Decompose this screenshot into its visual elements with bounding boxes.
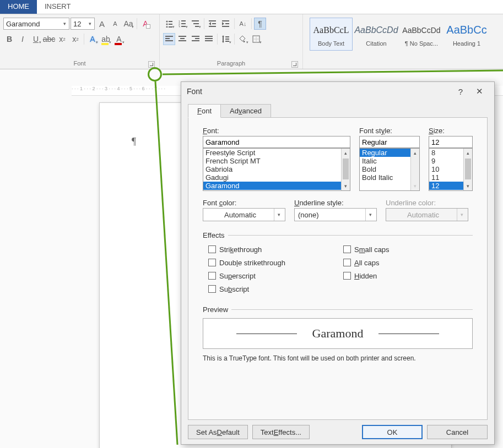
font-color-select[interactable]: Automatic ▾ (203, 208, 285, 221)
scroll-thumb[interactable] (343, 159, 349, 179)
font-style-listbox[interactable]: Regular Italic Bold Bold Italic ▴ ▾ (359, 148, 420, 191)
dialog-tab-font[interactable]: Font (188, 104, 221, 118)
subscript-button[interactable]: x2 (56, 33, 68, 45)
superscript-checkbox[interactable]: Superscript (208, 269, 338, 282)
scroll-down-icon[interactable]: ▾ (464, 182, 472, 190)
font-color-label: Font color: (203, 199, 285, 207)
shrink-font-icon[interactable]: A (109, 18, 121, 30)
justify-button[interactable] (203, 33, 215, 45)
clear-formatting-icon[interactable]: A (139, 18, 152, 30)
checkbox-icon (208, 259, 216, 266)
change-case-icon[interactable]: Aa (122, 18, 134, 30)
small-caps-checkbox[interactable]: Small caps (343, 243, 473, 256)
font-size-value: 12 (73, 20, 86, 28)
svg-rect-27 (192, 36, 199, 37)
close-button[interactable]: ✕ (470, 86, 489, 96)
underline-button[interactable]: U (30, 33, 42, 45)
help-button[interactable]: ? (451, 87, 470, 96)
svg-rect-36 (225, 41, 229, 42)
svg-rect-15 (209, 20, 216, 21)
hidden-checkbox[interactable]: Hidden (343, 269, 473, 282)
font-dialog-launcher[interactable] (148, 61, 155, 68)
paragraph-dialog-launcher[interactable] (291, 61, 298, 68)
dialog-tabs: Font Advanced (181, 101, 494, 118)
underline-style-block: Underline style: (none) ▾ (294, 199, 377, 221)
checkbox-icon (343, 245, 351, 253)
list-item[interactable]: Gabriola (203, 165, 350, 173)
scroll-down-icon: ▾ (411, 182, 419, 190)
strikethrough-button[interactable]: abc (43, 33, 55, 45)
set-as-default-button[interactable]: Set As Default (188, 425, 248, 439)
svg-rect-7 (181, 20, 186, 21)
superscript-button[interactable]: x2 (69, 33, 82, 45)
grow-font-icon[interactable]: A (96, 18, 108, 30)
scrollbar[interactable]: ▴ ▾ (341, 149, 350, 190)
dialog-titlebar: Font ? ✕ (181, 82, 494, 101)
style-citation[interactable]: AaBbCcDd Citation (355, 18, 398, 51)
borders-button[interactable] (250, 33, 262, 45)
svg-rect-22 (165, 38, 170, 39)
underline-style-select[interactable]: (none) ▾ (294, 208, 377, 221)
bold-button[interactable]: B (3, 33, 15, 45)
svg-rect-14 (195, 26, 199, 27)
tab-insert[interactable]: INSERT (37, 0, 78, 14)
list-item[interactable]: French Script MT (203, 157, 350, 165)
svg-rect-31 (205, 38, 213, 39)
all-caps-checkbox[interactable]: All caps (343, 256, 473, 269)
italic-button[interactable]: I (17, 33, 29, 45)
font-input[interactable] (203, 136, 350, 148)
ribbon-tabs: HOME INSERT (0, 0, 503, 14)
text-effects-button[interactable]: Text Effects... (252, 425, 310, 439)
sort-button[interactable]: A↓ (237, 18, 249, 30)
list-item[interactable]: Garamond (203, 182, 350, 190)
checkbox-icon (208, 245, 216, 253)
svg-rect-20 (225, 23, 229, 24)
bullets-button[interactable] (163, 18, 175, 30)
style-heading-1[interactable]: AaBbCc Heading 1 (445, 18, 488, 51)
highlight-button[interactable]: ab (100, 33, 112, 45)
size-listbox[interactable]: 8 9 10 11 12 ▴ ▾ (429, 148, 473, 191)
strikethrough-checkbox[interactable]: Strikethrough (208, 243, 338, 256)
align-left-button[interactable] (163, 33, 175, 45)
scroll-up-icon[interactable]: ▴ (411, 149, 419, 157)
scroll-thumb[interactable] (465, 159, 471, 179)
cancel-button[interactable]: Cancel (427, 425, 488, 439)
svg-point-0 (166, 21, 168, 23)
font-listbox[interactable]: Freestyle Script French Script MT Gabrio… (203, 148, 350, 191)
font-name-combobox[interactable]: Garamond ▾ (3, 18, 69, 30)
multilevel-list-button[interactable] (190, 18, 202, 30)
align-center-button[interactable] (176, 33, 188, 45)
svg-rect-18 (222, 20, 229, 21)
underline-color-label: Underline color: (386, 199, 468, 207)
scroll-up-icon[interactable]: ▴ (342, 149, 350, 157)
svg-rect-13 (193, 23, 199, 24)
subscript-checkbox[interactable]: Subscript (208, 282, 338, 296)
dialog-body: Font: Freestyle Script French Script MT … (188, 117, 488, 420)
scroll-down-icon[interactable]: ▾ (342, 182, 350, 190)
font-style-input[interactable] (359, 136, 420, 148)
text-effects-button[interactable]: A (86, 33, 99, 45)
shading-button[interactable] (237, 33, 249, 45)
numbering-button[interactable]: 123 (176, 18, 188, 30)
style-body-text[interactable]: AaBbCcL Body Text (310, 18, 353, 51)
show-paragraph-marks-button[interactable]: ¶ (254, 18, 266, 30)
scrollbar[interactable]: ▴ ▾ (463, 149, 472, 190)
list-item[interactable]: Gadugi (203, 173, 350, 182)
decrease-indent-button[interactable] (207, 18, 219, 30)
dialog-tab-advanced[interactable]: Advanced (220, 104, 271, 118)
increase-indent-button[interactable] (220, 18, 232, 30)
scroll-up-icon[interactable]: ▴ (464, 149, 472, 157)
font-size-combobox[interactable]: 12 ▾ (71, 18, 95, 30)
font-color-button[interactable]: A (113, 33, 125, 45)
ok-button[interactable]: OK (362, 425, 423, 439)
double-strikethrough-checkbox[interactable]: Double strikethrough (208, 256, 338, 269)
size-input[interactable] (429, 136, 473, 148)
style-no-spacing[interactable]: AaBbCcDd ¶ No Spac... (400, 18, 443, 51)
font-color-block: Font color: Automatic ▾ (203, 199, 285, 221)
line-spacing-button[interactable] (220, 33, 232, 45)
size-column: Size: 8 9 10 11 12 ▴ ▾ (429, 127, 473, 191)
list-item[interactable]: Freestyle Script (203, 149, 350, 157)
align-right-button[interactable] (190, 33, 202, 45)
scrollbar[interactable]: ▴ ▾ (410, 149, 419, 190)
tab-home[interactable]: HOME (0, 0, 37, 14)
